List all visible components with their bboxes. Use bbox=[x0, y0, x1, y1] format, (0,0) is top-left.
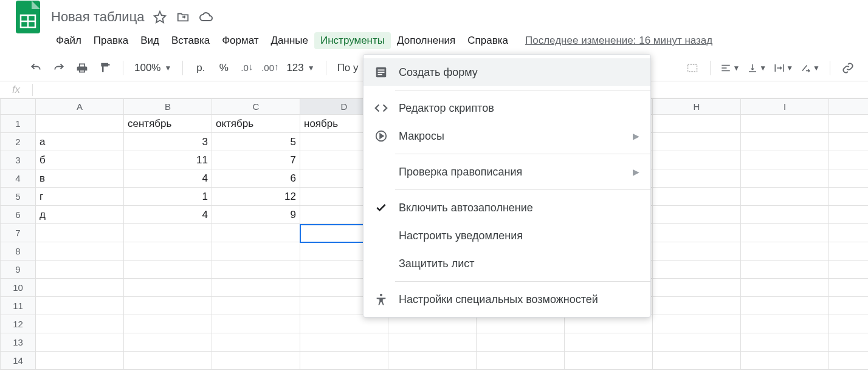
rowhead[interactable]: 13 bbox=[1, 333, 36, 352]
text-rotation-button[interactable]: ▼ bbox=[798, 63, 822, 73]
cell[interactable] bbox=[212, 279, 300, 297]
zoom-select[interactable]: 100%▼ bbox=[131, 62, 175, 74]
cell[interactable] bbox=[36, 261, 124, 279]
cell[interactable] bbox=[212, 261, 300, 279]
percent-button[interactable]: % bbox=[213, 58, 234, 78]
cell[interactable] bbox=[36, 333, 124, 352]
cell[interactable] bbox=[36, 115, 124, 133]
cell[interactable] bbox=[653, 188, 741, 206]
cell[interactable] bbox=[124, 242, 212, 261]
cell[interactable]: а bbox=[36, 133, 124, 151]
cell[interactable] bbox=[36, 224, 124, 242]
cell[interactable] bbox=[829, 169, 869, 188]
menuitem-create-form[interactable]: Создать форму bbox=[363, 58, 650, 86]
cell[interactable] bbox=[300, 315, 388, 333]
cell[interactable] bbox=[741, 169, 829, 188]
menuitem-protect-sheet[interactable]: Защитить лист bbox=[363, 250, 650, 278]
cell[interactable] bbox=[829, 242, 869, 261]
cell[interactable] bbox=[653, 133, 741, 151]
cell[interactable] bbox=[829, 297, 869, 315]
cell[interactable] bbox=[741, 279, 829, 297]
cell[interactable] bbox=[212, 242, 300, 261]
colhead-J[interactable] bbox=[829, 99, 869, 115]
colhead-A[interactable]: A bbox=[36, 99, 124, 115]
colhead-H[interactable]: H bbox=[653, 99, 741, 115]
undo-button[interactable] bbox=[26, 58, 46, 78]
rowhead[interactable]: 14 bbox=[1, 352, 36, 370]
cell[interactable] bbox=[212, 315, 300, 333]
cell[interactable] bbox=[829, 261, 869, 279]
cell[interactable] bbox=[829, 333, 869, 352]
cloud-status-icon[interactable] bbox=[199, 10, 213, 24]
cell[interactable] bbox=[741, 188, 829, 206]
cell[interactable] bbox=[829, 133, 869, 151]
cell[interactable] bbox=[124, 261, 212, 279]
cell[interactable] bbox=[565, 315, 653, 333]
rowhead[interactable]: 6 bbox=[1, 206, 36, 224]
menuitem-script-editor[interactable]: Редактор скриптов bbox=[363, 94, 650, 122]
cell[interactable] bbox=[653, 151, 741, 169]
cell[interactable] bbox=[741, 151, 829, 169]
cell[interactable] bbox=[829, 151, 869, 169]
cell[interactable] bbox=[212, 297, 300, 315]
cell[interactable] bbox=[124, 279, 212, 297]
insert-link-button[interactable] bbox=[838, 58, 858, 78]
cell[interactable] bbox=[741, 315, 829, 333]
cell[interactable] bbox=[124, 297, 212, 315]
cell[interactable]: 3 bbox=[124, 133, 212, 151]
cell[interactable] bbox=[741, 206, 829, 224]
cell[interactable] bbox=[653, 242, 741, 261]
cell[interactable] bbox=[653, 206, 741, 224]
cell[interactable] bbox=[829, 352, 869, 370]
currency-button[interactable]: р. bbox=[190, 58, 211, 78]
rowhead[interactable]: 5 bbox=[1, 188, 36, 206]
paint-format-button[interactable] bbox=[95, 58, 115, 78]
rowhead[interactable]: 3 bbox=[1, 151, 36, 169]
cell[interactable] bbox=[653, 333, 741, 352]
colhead-I[interactable]: I bbox=[741, 99, 829, 115]
cell[interactable] bbox=[212, 333, 300, 352]
cell[interactable] bbox=[212, 224, 300, 242]
rowhead[interactable]: 1 bbox=[1, 115, 36, 133]
cell[interactable] bbox=[741, 242, 829, 261]
menuitem-spellcheck[interactable]: Проверка правописания ▶ bbox=[363, 158, 650, 186]
cell[interactable]: сентябрь bbox=[124, 115, 212, 133]
increase-decimal-button[interactable]: .00↑ bbox=[260, 58, 280, 78]
menuitem-autocomplete[interactable]: Включить автозаполнение bbox=[363, 194, 650, 222]
rowhead[interactable]: 11 bbox=[1, 297, 36, 315]
cell[interactable] bbox=[741, 352, 829, 370]
cell[interactable] bbox=[653, 261, 741, 279]
cell[interactable]: б bbox=[36, 151, 124, 169]
menuitem-notifications[interactable]: Настроить уведомления bbox=[363, 222, 650, 250]
cell[interactable]: 11 bbox=[124, 151, 212, 169]
sheets-logo-icon[interactable] bbox=[15, 0, 41, 35]
cell[interactable] bbox=[653, 279, 741, 297]
cell[interactable]: г bbox=[36, 188, 124, 206]
cell[interactable] bbox=[565, 352, 653, 370]
rowhead[interactable]: 8 bbox=[1, 242, 36, 261]
cell[interactable]: 4 bbox=[124, 169, 212, 188]
rowhead[interactable]: 7 bbox=[1, 224, 36, 242]
menu-help[interactable]: Справка bbox=[461, 32, 514, 49]
cell[interactable] bbox=[653, 352, 741, 370]
menu-format[interactable]: Формат bbox=[216, 32, 264, 49]
cell[interactable]: 12 bbox=[212, 188, 300, 206]
rowhead[interactable]: 12 bbox=[1, 315, 36, 333]
cell-merge-button[interactable] bbox=[682, 58, 703, 78]
move-to-folder-icon[interactable] bbox=[176, 10, 190, 24]
cell[interactable] bbox=[36, 279, 124, 297]
redo-button[interactable] bbox=[49, 58, 69, 78]
print-button[interactable] bbox=[72, 58, 92, 78]
font-select[interactable]: По у bbox=[334, 62, 362, 74]
cell[interactable] bbox=[36, 315, 124, 333]
cell[interactable] bbox=[741, 133, 829, 151]
menu-data[interactable]: Данные bbox=[265, 32, 314, 49]
cell[interactable] bbox=[741, 297, 829, 315]
cell[interactable] bbox=[124, 315, 212, 333]
cell[interactable] bbox=[829, 224, 869, 242]
menu-view[interactable]: Вид bbox=[134, 32, 165, 49]
cell[interactable] bbox=[124, 224, 212, 242]
menu-edit[interactable]: Правка bbox=[88, 32, 134, 49]
menuitem-accessibility[interactable]: Настройки специальных возможностей bbox=[363, 285, 650, 313]
star-icon[interactable] bbox=[153, 10, 167, 24]
